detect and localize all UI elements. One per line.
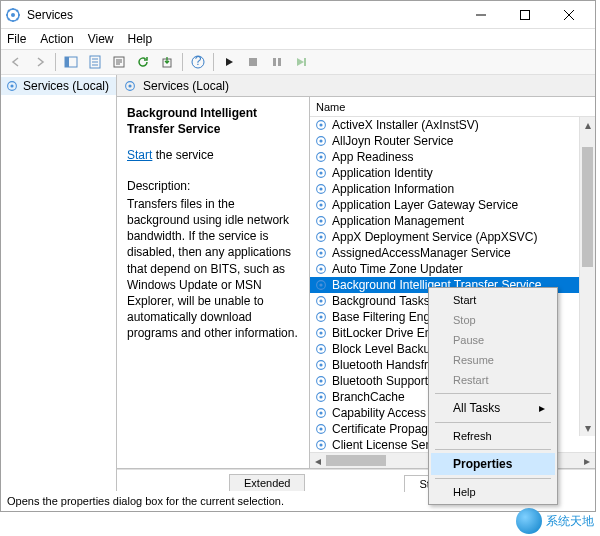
svg-point-17 xyxy=(128,84,131,87)
watermark: 系统天地 xyxy=(516,508,594,534)
context-menu: Start Stop Pause Resume Restart All Task… xyxy=(428,287,558,505)
properties-button[interactable] xyxy=(108,51,130,73)
start-service-button[interactable] xyxy=(218,51,240,73)
svg-point-15 xyxy=(10,84,13,87)
service-icon xyxy=(314,262,328,276)
service-name: BranchCache xyxy=(332,390,405,404)
ctx-pause: Pause xyxy=(431,330,555,350)
scroll-down-button[interactable]: ▾ xyxy=(580,420,595,436)
ctx-separator xyxy=(435,393,551,394)
svg-point-47 xyxy=(319,347,322,350)
service-row[interactable]: ActiveX Installer (AxInstSV) xyxy=(310,117,595,133)
svg-rect-13 xyxy=(304,58,306,66)
service-icon xyxy=(314,198,328,212)
svg-point-57 xyxy=(319,427,322,430)
ctx-start[interactable]: Start xyxy=(431,290,555,310)
minimize-button[interactable] xyxy=(459,1,503,29)
menubar: File Action View Help xyxy=(1,29,595,49)
service-icon xyxy=(314,182,328,196)
export-button[interactable] xyxy=(156,51,178,73)
service-icon xyxy=(314,390,328,404)
svg-point-45 xyxy=(319,331,322,334)
ctx-resume: Resume xyxy=(431,350,555,370)
close-button[interactable] xyxy=(547,1,591,29)
ctx-all-tasks[interactable]: All Tasks▸ xyxy=(431,397,555,419)
globe-icon xyxy=(516,508,542,534)
ctx-restart: Restart xyxy=(431,370,555,390)
service-row[interactable]: Application Layer Gateway Service xyxy=(310,197,595,213)
watermark-text: 系统天地 xyxy=(546,513,594,530)
ctx-separator xyxy=(435,449,551,450)
service-row[interactable]: Application Management xyxy=(310,213,595,229)
tree-root-label: Services (Local) xyxy=(23,79,109,93)
svg-point-43 xyxy=(319,315,322,318)
service-icon xyxy=(314,150,328,164)
titlebar: Services xyxy=(1,1,595,29)
menu-help[interactable]: Help xyxy=(128,32,153,46)
service-row[interactable]: AppX Deployment Service (AppXSVC) xyxy=(310,229,595,245)
service-icon xyxy=(314,326,328,340)
menu-view[interactable]: View xyxy=(88,32,114,46)
show-hide-tree-button[interactable] xyxy=(60,51,82,73)
svg-point-37 xyxy=(319,267,322,270)
scroll-up-button[interactable]: ▴ xyxy=(580,117,595,133)
service-icon xyxy=(314,438,328,452)
menu-file[interactable]: File xyxy=(7,32,26,46)
ctx-stop: Stop xyxy=(431,310,555,330)
hscroll-thumb[interactable] xyxy=(326,455,386,466)
window-title: Services xyxy=(27,8,459,22)
refresh-button[interactable] xyxy=(132,51,154,73)
service-icon xyxy=(314,134,328,148)
service-name: ActiveX Installer (AxInstSV) xyxy=(332,118,479,132)
scroll-thumb[interactable] xyxy=(582,147,593,267)
start-suffix: the service xyxy=(152,148,213,162)
service-action-line: Start the service xyxy=(127,147,299,163)
svg-point-49 xyxy=(319,363,322,366)
service-icon xyxy=(314,422,328,436)
ctx-help[interactable]: Help xyxy=(431,482,555,502)
forward-button[interactable] xyxy=(29,51,51,73)
service-row[interactable]: App Readiness xyxy=(310,149,595,165)
service-name: Application Information xyxy=(332,182,454,196)
svg-point-31 xyxy=(319,219,322,222)
stop-service-button[interactable] xyxy=(242,51,264,73)
service-icon xyxy=(314,294,328,308)
ctx-properties[interactable]: Properties xyxy=(431,453,555,475)
export-list-button[interactable] xyxy=(84,51,106,73)
svg-point-51 xyxy=(319,379,322,382)
ctx-refresh[interactable]: Refresh xyxy=(431,426,555,446)
svg-point-39 xyxy=(319,283,322,286)
help-button[interactable]: ? xyxy=(187,51,209,73)
panel-header-label: Services (Local) xyxy=(143,79,229,93)
tree-pane[interactable]: Services (Local) xyxy=(1,75,117,491)
menu-action[interactable]: Action xyxy=(40,32,73,46)
service-row[interactable]: Application Information xyxy=(310,181,595,197)
service-row[interactable]: Application Identity xyxy=(310,165,595,181)
maximize-button[interactable] xyxy=(503,1,547,29)
service-icon xyxy=(314,118,328,132)
service-row[interactable]: Auto Time Zone Updater xyxy=(310,261,595,277)
vertical-scrollbar[interactable]: ▴ ▾ xyxy=(579,117,595,436)
detail-pane: Background Intelligent Transfer Service … xyxy=(117,97,309,468)
svg-point-55 xyxy=(319,411,322,414)
toolbar-separator xyxy=(55,53,56,71)
scroll-right-button[interactable]: ▸ xyxy=(579,453,595,468)
svg-point-21 xyxy=(319,139,322,142)
tab-extended[interactable]: Extended xyxy=(229,474,305,491)
service-row[interactable]: AllJoyn Router Service xyxy=(310,133,595,149)
start-link[interactable]: Start xyxy=(127,148,152,162)
svg-rect-11 xyxy=(273,58,276,66)
back-button[interactable] xyxy=(5,51,27,73)
service-icon xyxy=(314,166,328,180)
column-header-name[interactable]: Name xyxy=(310,97,595,117)
scroll-left-button[interactable]: ◂ xyxy=(310,453,326,468)
svg-rect-10 xyxy=(249,58,257,66)
tree-root-node[interactable]: Services (Local) xyxy=(1,77,116,95)
service-icon xyxy=(314,374,328,388)
svg-rect-4 xyxy=(65,57,69,67)
pause-service-button[interactable] xyxy=(266,51,288,73)
restart-service-button[interactable] xyxy=(290,51,312,73)
service-row[interactable]: AssignedAccessManager Service xyxy=(310,245,595,261)
panel-header: Services (Local) xyxy=(117,75,595,97)
service-name: AppX Deployment Service (AppXSVC) xyxy=(332,230,537,244)
